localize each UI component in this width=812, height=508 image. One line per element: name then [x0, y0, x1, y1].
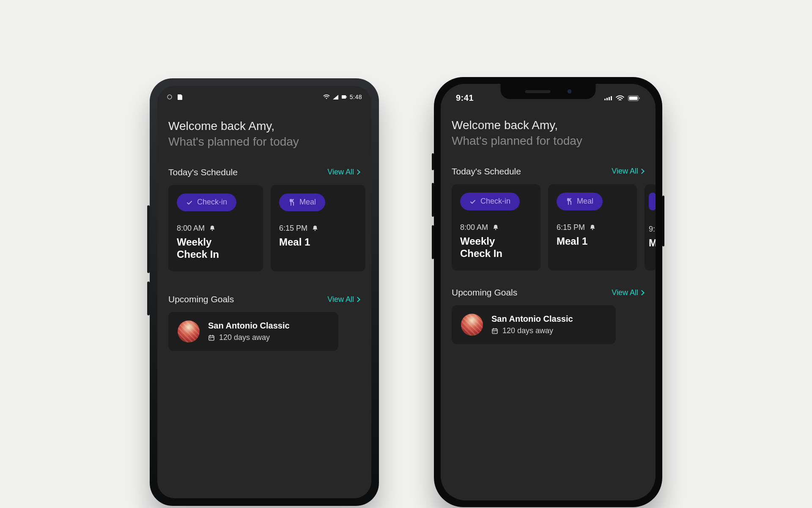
goal-countdown: 120 days away [502, 326, 553, 335]
check-icon [186, 199, 193, 205]
iphone-mockup: 9:41 Welcome back Amy, What's planned fo… [434, 77, 662, 507]
schedule-heading: Today's Schedule [452, 166, 521, 177]
view-all-label: View All [612, 167, 638, 176]
goals-heading: Upcoming Goals [168, 294, 234, 304]
card-category-pill: Meal [279, 193, 325, 211]
goal-title: San Antonio Classic [491, 314, 573, 324]
goal-card[interactable]: San Antonio Classic 120 days away [168, 312, 338, 351]
wifi-icon [323, 94, 330, 100]
goal-subtitle: 120 days away [208, 333, 290, 342]
utensils-icon [566, 198, 573, 205]
goal-thumbnail [461, 314, 483, 336]
goals-header: Upcoming Goals View All [452, 287, 645, 298]
iphone-front-camera [567, 89, 571, 94]
greeting-line2: What's planned for today [168, 135, 360, 149]
chevron-right-icon [639, 290, 645, 295]
android-power-button [147, 282, 150, 315]
greeting-line1: Welcome back Amy, [168, 118, 360, 134]
card-category-pill: Check-in [460, 193, 520, 210]
schedule-card-meal[interactable]: Meal 6:15 PM Meal 1 [548, 184, 637, 271]
card-category-pill: Meal [557, 193, 603, 210]
chevron-right-icon [355, 297, 360, 302]
battery-icon [628, 95, 640, 101]
schedule-card-partial[interactable]: 9: M [645, 184, 656, 271]
sd-card-icon [177, 94, 183, 100]
goals-heading: Upcoming Goals [452, 287, 517, 298]
card-title: Weekly Check In [460, 235, 519, 260]
card-time: 8:00 AM [460, 223, 488, 232]
goal-text: San Antonio Classic 120 days away [208, 321, 290, 342]
card-time: 6:15 PM [557, 223, 585, 232]
status-time: 9:41 [456, 93, 474, 103]
schedule-card-meal[interactable]: Meal 6:15 PM Meal 1 [271, 185, 365, 272]
card-title: M [649, 237, 656, 249]
notification-dot-icon [167, 94, 173, 100]
schedule-view-all-link[interactable]: View All [327, 168, 359, 177]
android-status-bar: 5:48 [157, 86, 371, 103]
wifi-icon [616, 95, 624, 101]
bell-icon [312, 225, 318, 232]
android-volume-button [147, 205, 150, 273]
card-title: Meal 1 [557, 235, 628, 248]
chevron-right-icon [639, 168, 645, 174]
bell-icon [209, 225, 216, 232]
app-content: Welcome back Amy, What's planned for tod… [157, 103, 371, 351]
greeting-line2: What's planned for today [452, 134, 645, 148]
calendar-icon [208, 334, 215, 341]
card-category-pill: Check-in [177, 193, 236, 211]
pill-label: Meal [577, 197, 593, 206]
pill-label: Check-in [197, 198, 227, 207]
card-title: Weekly Check In [177, 236, 236, 261]
schedule-card-checkin[interactable]: Check-in 8:00 AM Weekly Check In [452, 184, 540, 271]
android-screen: 5:48 Welcome back Amy, What's planned fo… [157, 86, 371, 498]
schedule-heading: Today's Schedule [168, 167, 238, 177]
schedule-cards-row: Check-in 8:00 AM Weekly Check In Meal 6:… [452, 184, 656, 271]
bell-icon [492, 224, 499, 231]
card-time: 6:15 PM [279, 224, 307, 233]
calendar-icon [491, 328, 498, 334]
goal-card[interactable]: San Antonio Classic 120 days away [452, 305, 616, 344]
schedule-view-all-link[interactable]: View All [612, 167, 644, 176]
app-content: Welcome back Amy, What's planned for tod… [441, 105, 656, 344]
goals-view-all-link[interactable]: View All [327, 295, 359, 304]
goals-header: Upcoming Goals View All [168, 294, 360, 304]
battery-icon [341, 94, 347, 100]
goal-text: San Antonio Classic 120 days away [491, 314, 573, 335]
cell-signal-icon [332, 94, 339, 100]
pill-label: Meal [299, 198, 316, 207]
check-icon [469, 199, 476, 204]
goal-title: San Antonio Classic [208, 321, 290, 331]
schedule-header: Today's Schedule View All [452, 166, 645, 177]
card-time-row: 6:15 PM [557, 223, 628, 232]
goals-view-all-link[interactable]: View All [612, 288, 644, 297]
card-time-row: 8:00 AM [460, 223, 532, 232]
pill-label: Check-in [480, 197, 510, 206]
card-time-row: 9: [649, 225, 656, 234]
view-all-label: View All [327, 168, 354, 177]
iphone-notch [501, 84, 596, 99]
status-time: 5:48 [350, 94, 362, 100]
iphone-volume-up [432, 183, 434, 217]
iphone-volume-down [432, 225, 434, 259]
schedule-card-checkin[interactable]: Check-in 8:00 AM Weekly Check In [168, 185, 263, 272]
greeting-line1: Welcome back Amy, [452, 117, 645, 133]
android-phone-mockup: 5:48 Welcome back Amy, What's planned fo… [150, 78, 379, 506]
schedule-cards-row: Check-in 8:00 AM Weekly Check In Meal 6:… [168, 185, 371, 272]
card-time-row: 6:15 PM [279, 224, 357, 233]
goal-thumbnail [178, 320, 200, 342]
goal-countdown: 120 days away [219, 333, 270, 342]
iphone-mute-switch [432, 153, 434, 170]
card-category-pill [649, 193, 656, 210]
iphone-speaker [525, 90, 550, 93]
iphone-screen: 9:41 Welcome back Amy, What's planned fo… [441, 84, 656, 500]
goal-subtitle: 120 days away [491, 326, 573, 335]
schedule-header: Today's Schedule View All [168, 167, 360, 177]
iphone-power-button [662, 196, 664, 246]
view-all-label: View All [327, 295, 354, 304]
card-time-row: 8:00 AM [177, 224, 255, 233]
card-title: Meal 1 [279, 236, 357, 248]
bell-icon [589, 224, 596, 231]
view-all-label: View All [612, 288, 638, 297]
cell-signal-icon [604, 96, 612, 101]
utensils-icon [288, 199, 295, 206]
